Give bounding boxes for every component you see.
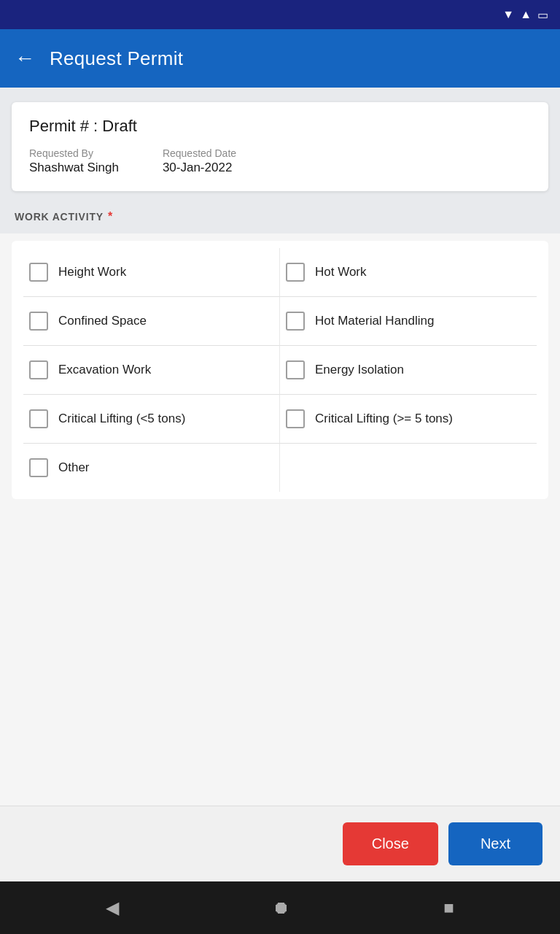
label-critical-lifting-lt5: Critical Lifting (<5 tons) <box>58 411 185 427</box>
activity-item-critical-lifting-lt5[interactable]: Critical Lifting (<5 tons) <box>23 395 280 444</box>
nav-home-icon[interactable]: ⏺ <box>273 898 290 918</box>
work-activity-header: WORK ACTIVITY * <box>0 200 560 234</box>
permit-number: Permit # : Draft <box>29 117 531 136</box>
activity-item-height-work[interactable]: Height Work <box>23 248 280 297</box>
label-other: Other <box>58 460 90 476</box>
activity-container: Height Work Hot Work Confined Space Hot … <box>0 234 560 806</box>
label-hot-work: Hot Work <box>315 264 367 280</box>
requested-by-label: Requested By <box>29 147 119 159</box>
requested-date-value: 30-Jan-2022 <box>163 161 236 175</box>
permit-label: Permit # : <box>29 117 98 135</box>
checkbox-excavation-work[interactable] <box>29 360 48 379</box>
label-excavation-work: Excavation Work <box>58 362 151 378</box>
checkbox-critical-lifting-lt5[interactable] <box>29 409 48 428</box>
wifi-icon: ▼ <box>502 8 514 21</box>
checkbox-height-work[interactable] <box>29 263 48 282</box>
next-button[interactable]: Next <box>448 822 542 865</box>
nav-back-icon[interactable]: ◀ <box>106 898 119 918</box>
checkbox-critical-lifting-gte5[interactable] <box>286 409 305 428</box>
permit-meta: Requested By Shashwat Singh Requested Da… <box>29 147 531 175</box>
activity-item-confined-space[interactable]: Confined Space <box>23 297 280 346</box>
requested-date-label: Requested Date <box>163 147 236 159</box>
activity-item-hot-work[interactable]: Hot Work <box>280 248 537 297</box>
checkbox-other[interactable] <box>29 458 48 477</box>
permit-value: Draft <box>102 117 137 135</box>
close-button[interactable]: Close <box>343 822 438 865</box>
requested-by-group: Requested By Shashwat Singh <box>29 147 119 175</box>
label-hot-material-handling: Hot Material Handling <box>315 313 434 329</box>
label-critical-lifting-gte5: Critical Lifting (>= 5 tons) <box>315 411 453 427</box>
activity-item-energy-isolation[interactable]: Energy Isolation <box>280 346 537 395</box>
action-bar: Close Next <box>0 806 560 881</box>
activity-item-critical-lifting-gte5[interactable]: Critical Lifting (>= 5 tons) <box>280 395 537 444</box>
checkbox-energy-isolation[interactable] <box>286 360 305 379</box>
page-title: Request Permit <box>50 47 183 70</box>
battery-icon: ▭ <box>537 8 548 22</box>
permit-card: Permit # : Draft Requested By Shashwat S… <box>12 102 548 191</box>
required-indicator: * <box>108 210 113 223</box>
label-confined-space: Confined Space <box>58 313 147 329</box>
requested-by-value: Shashwat Singh <box>29 161 119 175</box>
section-label: WORK ACTIVITY <box>15 211 104 223</box>
nav-recent-icon[interactable]: ■ <box>443 898 454 918</box>
bottom-nav: ◀ ⏺ ■ <box>0 881 560 934</box>
status-bar: ▼ ▲ ▭ <box>0 0 560 29</box>
signal-icon: ▲ <box>520 8 532 21</box>
requested-date-group: Requested Date 30-Jan-2022 <box>163 147 236 175</box>
back-button[interactable]: ← <box>15 48 35 69</box>
activity-grid: Height Work Hot Work Confined Space Hot … <box>12 241 548 499</box>
label-height-work: Height Work <box>58 264 126 280</box>
top-bar: ← Request Permit <box>0 29 560 88</box>
checkbox-hot-material-handling[interactable] <box>286 312 305 331</box>
label-energy-isolation: Energy Isolation <box>315 362 404 378</box>
checkbox-hot-work[interactable] <box>286 263 305 282</box>
activity-item-excavation-work[interactable]: Excavation Work <box>23 346 280 395</box>
activity-item-other[interactable]: Other <box>23 444 280 492</box>
checkbox-confined-space[interactable] <box>29 312 48 331</box>
activity-item-hot-material-handling[interactable]: Hot Material Handling <box>280 297 537 346</box>
